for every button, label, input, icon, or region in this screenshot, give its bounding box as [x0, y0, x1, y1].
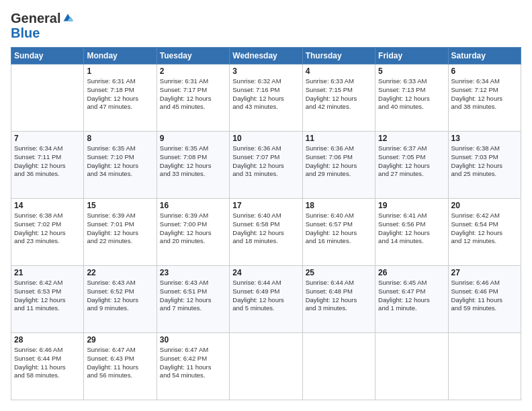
day-number: 20: [451, 201, 518, 210]
calendar-cell: 28Sunrise: 6:46 AMSunset: 6:44 PMDayligh…: [11, 333, 84, 400]
calendar-cell: 17Sunrise: 6:40 AMSunset: 6:58 PMDayligh…: [230, 199, 302, 266]
calendar-cell: 29Sunrise: 6:47 AMSunset: 6:43 PMDayligh…: [84, 333, 157, 400]
calendar-cell: 2Sunrise: 6:31 AMSunset: 7:17 PMDaylight…: [157, 64, 229, 132]
weekday-header-friday: Friday: [375, 48, 448, 64]
logo-general-text: General: [11, 11, 60, 26]
weekday-header-monday: Monday: [84, 48, 157, 64]
cell-info: Sunrise: 6:38 AMSunset: 7:03 PMDaylight:…: [451, 144, 518, 179]
day-number: 22: [87, 268, 153, 277]
cell-info: Sunrise: 6:38 AMSunset: 7:02 PMDaylight:…: [14, 212, 81, 246]
calendar-table: SundayMondayTuesdayWednesdayThursdayFrid…: [11, 47, 521, 400]
day-number: 4: [306, 66, 372, 76]
cell-info: Sunrise: 6:36 AMSunset: 7:07 PMDaylight:…: [232, 144, 299, 179]
day-number: 24: [232, 268, 299, 277]
cell-info: Sunrise: 6:43 AMSunset: 6:51 PMDaylight:…: [160, 279, 226, 313]
logo: General Blue: [11, 11, 73, 40]
cell-info: Sunrise: 6:37 AMSunset: 7:05 PMDaylight:…: [378, 144, 445, 179]
logo-container: General Blue: [11, 11, 73, 40]
cell-info: Sunrise: 6:35 AMSunset: 7:10 PMDaylight:…: [87, 144, 153, 179]
cell-info: Sunrise: 6:40 AMSunset: 6:58 PMDaylight:…: [232, 212, 299, 246]
logo-blue-line: Blue: [11, 26, 73, 40]
calendar-cell: 25Sunrise: 6:44 AMSunset: 6:48 PMDayligh…: [302, 266, 375, 333]
calendar-cell: [302, 333, 375, 400]
calendar-cell: 4Sunrise: 6:33 AMSunset: 7:15 PMDaylight…: [302, 64, 375, 132]
cell-info: Sunrise: 6:33 AMSunset: 7:13 PMDaylight:…: [378, 77, 445, 111]
day-number: 3: [232, 66, 299, 76]
day-number: 11: [306, 134, 372, 143]
cell-info: Sunrise: 6:36 AMSunset: 7:06 PMDaylight:…: [306, 144, 372, 179]
cell-info: Sunrise: 6:35 AMSunset: 7:08 PMDaylight:…: [160, 144, 226, 179]
calendar-cell: 1Sunrise: 6:31 AMSunset: 7:18 PMDaylight…: [84, 64, 157, 132]
day-number: 21: [14, 268, 81, 277]
calendar-cell: [448, 333, 521, 400]
calendar-week-3: 14Sunrise: 6:38 AMSunset: 7:02 PMDayligh…: [11, 199, 521, 266]
cell-info: Sunrise: 6:34 AMSunset: 7:11 PMDaylight:…: [14, 144, 81, 179]
day-number: 9: [160, 134, 226, 143]
cell-info: Sunrise: 6:40 AMSunset: 6:57 PMDaylight:…: [306, 212, 372, 246]
day-number: 15: [87, 201, 153, 210]
cell-info: Sunrise: 6:34 AMSunset: 7:12 PMDaylight:…: [451, 77, 518, 111]
day-number: 19: [378, 201, 445, 210]
calendar-cell: 6Sunrise: 6:34 AMSunset: 7:12 PMDaylight…: [448, 64, 521, 132]
calendar-cell: 20Sunrise: 6:42 AMSunset: 6:54 PMDayligh…: [448, 199, 521, 266]
cell-info: Sunrise: 6:39 AMSunset: 7:00 PMDaylight:…: [160, 212, 226, 246]
calendar-week-4: 21Sunrise: 6:42 AMSunset: 6:53 PMDayligh…: [11, 266, 521, 333]
cell-info: Sunrise: 6:41 AMSunset: 6:56 PMDaylight:…: [378, 212, 445, 246]
logo-line1: General: [11, 11, 73, 26]
day-number: 29: [87, 335, 153, 345]
cell-info: Sunrise: 6:43 AMSunset: 6:52 PMDaylight:…: [87, 279, 153, 313]
cell-info: Sunrise: 6:31 AMSunset: 7:18 PMDaylight:…: [87, 77, 153, 111]
calendar-cell: 18Sunrise: 6:40 AMSunset: 6:57 PMDayligh…: [302, 199, 375, 266]
day-number: 7: [14, 134, 81, 143]
calendar-cell: 30Sunrise: 6:47 AMSunset: 6:42 PMDayligh…: [157, 333, 229, 400]
day-number: 18: [306, 201, 372, 210]
day-number: 8: [87, 134, 153, 143]
day-number: 17: [232, 201, 299, 210]
weekday-header-row: SundayMondayTuesdayWednesdayThursdayFrid…: [11, 48, 521, 64]
cell-info: Sunrise: 6:33 AMSunset: 7:15 PMDaylight:…: [306, 77, 372, 111]
calendar-cell: 8Sunrise: 6:35 AMSunset: 7:10 PMDaylight…: [84, 132, 157, 199]
calendar-cell: 16Sunrise: 6:39 AMSunset: 7:00 PMDayligh…: [157, 199, 229, 266]
calendar-cell: 5Sunrise: 6:33 AMSunset: 7:13 PMDaylight…: [375, 64, 448, 132]
weekday-header-wednesday: Wednesday: [230, 48, 302, 64]
cell-info: Sunrise: 6:47 AMSunset: 6:43 PMDaylight:…: [87, 346, 153, 380]
weekday-header-saturday: Saturday: [448, 48, 521, 64]
calendar-cell: 9Sunrise: 6:35 AMSunset: 7:08 PMDaylight…: [157, 132, 229, 199]
cell-info: Sunrise: 6:45 AMSunset: 6:47 PMDaylight:…: [378, 279, 445, 313]
day-number: 12: [378, 134, 445, 143]
calendar-cell: 24Sunrise: 6:44 AMSunset: 6:49 PMDayligh…: [230, 266, 302, 333]
page: General Blue SundayMondayTuesdayWednesda…: [0, 0, 532, 411]
calendar-cell: 12Sunrise: 6:37 AMSunset: 7:05 PMDayligh…: [375, 132, 448, 199]
calendar-cell: 7Sunrise: 6:34 AMSunset: 7:11 PMDaylight…: [11, 132, 84, 199]
cell-info: Sunrise: 6:46 AMSunset: 6:44 PMDaylight:…: [14, 346, 81, 380]
cell-info: Sunrise: 6:47 AMSunset: 6:42 PMDaylight:…: [160, 346, 226, 380]
weekday-header-tuesday: Tuesday: [157, 48, 229, 64]
calendar-week-1: 1Sunrise: 6:31 AMSunset: 7:18 PMDaylight…: [11, 64, 521, 132]
day-number: 27: [451, 268, 518, 277]
day-number: 23: [160, 268, 226, 277]
weekday-header-sunday: Sunday: [11, 48, 84, 64]
calendar-cell: 27Sunrise: 6:46 AMSunset: 6:46 PMDayligh…: [448, 266, 521, 333]
calendar-cell: 26Sunrise: 6:45 AMSunset: 6:47 PMDayligh…: [375, 266, 448, 333]
calendar-week-2: 7Sunrise: 6:34 AMSunset: 7:11 PMDaylight…: [11, 132, 521, 199]
calendar-cell: 23Sunrise: 6:43 AMSunset: 6:51 PMDayligh…: [157, 266, 229, 333]
calendar-cell: 15Sunrise: 6:39 AMSunset: 7:01 PMDayligh…: [84, 199, 157, 266]
calendar-cell: 3Sunrise: 6:32 AMSunset: 7:16 PMDaylight…: [230, 64, 302, 132]
logo-triangle-icon: [62, 12, 73, 23]
calendar-cell: 22Sunrise: 6:43 AMSunset: 6:52 PMDayligh…: [84, 266, 157, 333]
calendar-cell: 21Sunrise: 6:42 AMSunset: 6:53 PMDayligh…: [11, 266, 84, 333]
calendar-week-5: 28Sunrise: 6:46 AMSunset: 6:44 PMDayligh…: [11, 333, 521, 400]
header: General Blue: [11, 11, 521, 40]
weekday-header-thursday: Thursday: [302, 48, 375, 64]
day-number: 30: [160, 335, 226, 345]
cell-info: Sunrise: 6:46 AMSunset: 6:46 PMDaylight:…: [451, 279, 518, 313]
day-number: 13: [451, 134, 518, 143]
calendar-cell: 14Sunrise: 6:38 AMSunset: 7:02 PMDayligh…: [11, 199, 84, 266]
calendar-cell: 11Sunrise: 6:36 AMSunset: 7:06 PMDayligh…: [302, 132, 375, 199]
day-number: 28: [14, 335, 81, 345]
calendar-cell: 13Sunrise: 6:38 AMSunset: 7:03 PMDayligh…: [448, 132, 521, 199]
cell-info: Sunrise: 6:39 AMSunset: 7:01 PMDaylight:…: [87, 212, 153, 246]
calendar-cell: 10Sunrise: 6:36 AMSunset: 7:07 PMDayligh…: [230, 132, 302, 199]
day-number: 2: [160, 66, 226, 76]
day-number: 5: [378, 66, 445, 76]
